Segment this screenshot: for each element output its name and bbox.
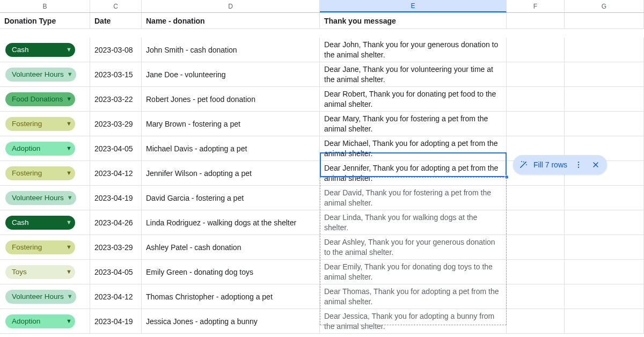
cell-empty[interactable] — [565, 235, 644, 260]
cell-empty[interactable] — [565, 112, 644, 136]
header-empty-g[interactable] — [565, 13, 644, 29]
chevron-down-icon[interactable]: ▼ — [66, 145, 72, 151]
cell-donation-type[interactable]: Cash▼ — [0, 210, 90, 235]
cell-thank-you-message[interactable]: Dear Mary, Thank you for fostering a pet… — [320, 112, 507, 136]
cell-empty[interactable] — [565, 284, 644, 309]
cell-thank-you-message[interactable]: Dear Linda, Thank you for walking dogs a… — [320, 210, 507, 235]
cell-name-donation[interactable]: Linda Rodriguez - walking dogs at the sh… — [142, 210, 320, 235]
cell-thank-you-message[interactable]: Dear Jessica, Thank you for adopting a b… — [320, 309, 507, 334]
cell-date[interactable]: 2023-03-15 — [90, 62, 142, 87]
donation-type-chip[interactable]: Volunteer Hours▼ — [5, 68, 76, 82]
cell-empty[interactable] — [507, 235, 565, 260]
donation-type-chip[interactable]: Fostering▼ — [5, 240, 75, 254]
donation-type-chip[interactable]: Adoption▼ — [5, 142, 75, 156]
column-header-e[interactable]: E — [320, 0, 507, 12]
column-header-b[interactable]: B — [0, 0, 90, 12]
cell-empty[interactable] — [507, 284, 565, 309]
chevron-down-icon[interactable]: ▼ — [66, 121, 72, 127]
smart-fill-label[interactable]: Fill 7 rows — [533, 160, 567, 169]
column-header-g[interactable]: G — [565, 0, 644, 12]
donation-type-chip[interactable]: Fostering▼ — [5, 166, 75, 180]
cell-thank-you-message[interactable]: Dear Ashley, Thank you for your generous… — [320, 235, 507, 260]
cell-name-donation[interactable]: Thomas Christopher - adoptiong a pet — [142, 284, 320, 309]
cell-thank-you-message[interactable]: Dear John, Thank you for your generous d… — [320, 38, 507, 62]
cell-donation-type[interactable]: Food Donations▼ — [0, 87, 90, 112]
chevron-down-icon[interactable]: ▼ — [66, 318, 72, 324]
cell-thank-you-message[interactable]: Dear Thomas, Thank you for adopting a pe… — [320, 284, 507, 309]
chevron-down-icon[interactable]: ▼ — [67, 71, 73, 77]
cell-donation-type[interactable]: Volunteer Hours▼ — [0, 62, 90, 87]
cell-empty[interactable] — [565, 210, 644, 235]
donation-type-chip[interactable]: Cash▼ — [5, 43, 75, 57]
donation-type-chip[interactable]: Volunteer Hours▼ — [5, 290, 76, 304]
cell-thank-you-message[interactable]: Dear David, Thank you for fostering a pe… — [320, 186, 507, 210]
cell-date[interactable]: 2023-04-19 — [90, 309, 142, 334]
cell-date[interactable]: 2023-03-29 — [90, 112, 142, 136]
chevron-down-icon[interactable]: ▼ — [67, 294, 73, 299]
cell-thank-you-message[interactable]: Dear Robert, Thank you for donating pet … — [320, 87, 507, 112]
cell-thank-you-message[interactable]: Dear Jennifer, Thank you for adopting a … — [320, 161, 507, 186]
cell-name-donation[interactable]: David Garcia - fostering a pet — [142, 186, 320, 210]
header-date[interactable]: Date — [90, 13, 142, 29]
cell-name-donation[interactable]: Jane Doe - volunteering — [142, 62, 320, 87]
cell-name-donation[interactable]: Michael Davis - adopting a pet — [142, 136, 320, 161]
header-name-donation[interactable]: Name - donation — [142, 13, 320, 29]
cell-empty[interactable] — [565, 87, 644, 112]
cell-name-donation[interactable]: John Smith - cash donation — [142, 38, 320, 62]
cell-empty[interactable] — [565, 309, 644, 334]
cell-donation-type[interactable]: Adoption▼ — [0, 136, 90, 161]
cell-name-donation[interactable]: Emily Green - donating dog toys — [142, 260, 320, 284]
cell-donation-type[interactable]: Volunteer Hours▼ — [0, 186, 90, 210]
cell-donation-type[interactable]: Fostering▼ — [0, 112, 90, 136]
more-options-icon[interactable] — [573, 159, 584, 171]
cell-thank-you-message[interactable]: Dear Emily, Thank you for donating dog t… — [320, 260, 507, 284]
cell-name-donation[interactable]: Mary Brown - fostering a pet — [142, 112, 320, 136]
chevron-down-icon[interactable]: ▼ — [66, 96, 72, 102]
cell-name-donation[interactable]: Jennifer Wilson - adopting a pet — [142, 161, 320, 186]
cell-name-donation[interactable]: Jessica Jones - adopting a bunny — [142, 309, 320, 334]
cell-date[interactable]: 2023-04-19 — [90, 186, 142, 210]
column-header-c[interactable]: C — [90, 0, 142, 12]
cell-empty[interactable] — [507, 87, 565, 112]
donation-type-chip[interactable]: Adoption▼ — [5, 314, 75, 328]
header-empty-f[interactable] — [507, 13, 565, 29]
cell-empty[interactable] — [507, 112, 565, 136]
cell-name-donation[interactable]: Robert Jones - pet food donation — [142, 87, 320, 112]
donation-type-chip[interactable]: Toys▼ — [5, 265, 75, 279]
cell-empty[interactable] — [507, 38, 565, 62]
chevron-down-icon[interactable]: ▼ — [66, 170, 72, 176]
chevron-down-icon[interactable]: ▼ — [66, 47, 72, 53]
cell-empty[interactable] — [565, 186, 644, 210]
cell-donation-type[interactable]: Adoption▼ — [0, 309, 90, 334]
close-icon[interactable] — [590, 159, 602, 171]
cell-donation-type[interactable]: Toys▼ — [0, 260, 90, 284]
cell-date[interactable]: 2023-03-08 — [90, 38, 142, 62]
header-donation-type[interactable]: Donation Type — [0, 13, 90, 29]
cell-empty[interactable] — [507, 62, 565, 87]
donation-type-chip[interactable]: Cash▼ — [5, 216, 75, 230]
cell-donation-type[interactable]: Volunteer Hours▼ — [0, 284, 90, 309]
chevron-down-icon[interactable]: ▼ — [66, 244, 72, 250]
cell-thank-you-message[interactable]: Dear Michael, Thank you for adopting a p… — [320, 136, 507, 161]
chevron-down-icon[interactable]: ▼ — [66, 269, 72, 275]
cell-date[interactable]: 2023-04-12 — [90, 161, 142, 186]
cell-date[interactable]: 2023-03-29 — [90, 235, 142, 260]
cell-date[interactable]: 2023-04-26 — [90, 210, 142, 235]
cell-empty[interactable] — [565, 62, 644, 87]
column-header-d[interactable]: D — [142, 0, 320, 12]
donation-type-chip[interactable]: Food Donations▼ — [5, 92, 75, 106]
cell-empty[interactable] — [565, 38, 644, 62]
cell-donation-type[interactable]: Cash▼ — [0, 38, 90, 62]
cell-donation-type[interactable]: Fostering▼ — [0, 161, 90, 186]
cell-thank-you-message[interactable]: Dear Jane, Thank you for volunteering yo… — [320, 62, 507, 87]
cell-date[interactable]: 2023-04-05 — [90, 260, 142, 284]
cell-empty[interactable] — [507, 210, 565, 235]
donation-type-chip[interactable]: Fostering▼ — [5, 117, 75, 131]
cell-date[interactable]: 2023-04-12 — [90, 284, 142, 309]
cell-empty[interactable] — [507, 309, 565, 334]
cell-donation-type[interactable]: Fostering▼ — [0, 235, 90, 260]
chevron-down-icon[interactable]: ▼ — [67, 195, 73, 201]
cell-name-donation[interactable]: Ashley Patel - cash donation — [142, 235, 320, 260]
fill-handle[interactable] — [504, 175, 509, 179]
cell-date[interactable]: 2023-03-22 — [90, 87, 142, 112]
